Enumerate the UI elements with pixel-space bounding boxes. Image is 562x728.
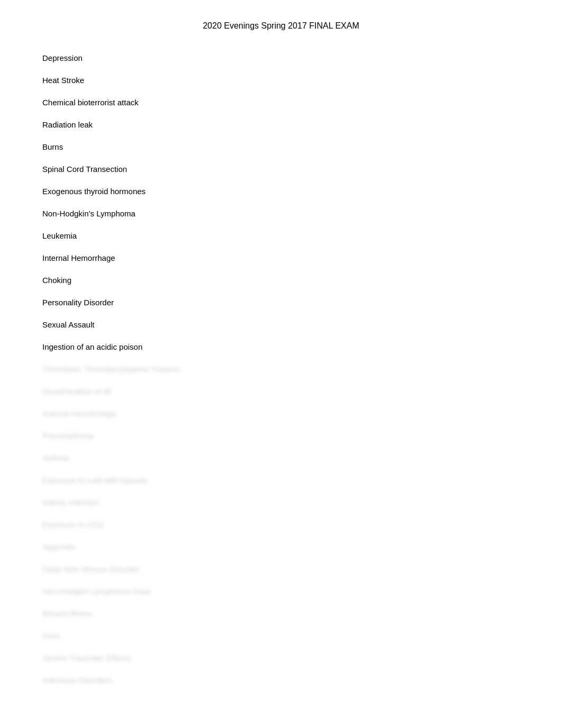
page-title: 2020 Evenings Spring 2017 FINAL EXAM (42, 21, 520, 31)
list-item: Infectious Disorders (42, 674, 520, 687)
list-item: Leukemia (42, 230, 520, 242)
list-item: Choking (42, 274, 520, 287)
list-item: Exposure to CO2 (42, 518, 520, 531)
list-item: Anemia Hemorrhagic (42, 407, 520, 420)
list-item: Ingestion of an acidic poison (42, 341, 520, 353)
list-item: Internal Hemorrhage (42, 252, 520, 265)
list-item: Kidney Infection (42, 496, 520, 509)
list-item: Severe Traumatic Effects (42, 652, 520, 665)
list-item: Pneumothorax (42, 430, 520, 442)
list-item: Gout (42, 630, 520, 642)
list-item: Dissemination of all (42, 385, 520, 398)
page-container: 2020 Evenings Spring 2017 FINAL EXAM Dep… (0, 0, 562, 717)
list-item: Chemical bioterrorist attack (42, 96, 520, 109)
list-item: Depression (42, 52, 520, 65)
list-item: Non-Hodgkin’s Lymphoma (42, 207, 520, 220)
list-item: Spinal Cord Transection (42, 163, 520, 176)
list-item: Deep Vein Venous Disorder (42, 563, 520, 576)
list-item: Burns (42, 141, 520, 153)
list-item: Personality Disorder (42, 296, 520, 309)
list-item: Non-Hodgkin Lymphoma Case (42, 585, 520, 598)
list-item: Sexual Assault (42, 319, 520, 331)
list-item: Asthma (42, 452, 520, 465)
list-item: Exogenous thyroid hormones (42, 185, 520, 198)
item-list: DepressionHeat StrokeChemical bioterrori… (42, 52, 520, 687)
list-item: Heat Stroke (42, 74, 520, 87)
list-item: Exposure to cold with hypoxia (42, 474, 520, 487)
list-item: Thrombotic Thrombocytopenic Purpura (42, 363, 520, 376)
list-item: Radiation leak (42, 119, 520, 131)
list-item: Wound Illness (42, 607, 520, 620)
list-item: Appendix (42, 541, 520, 553)
